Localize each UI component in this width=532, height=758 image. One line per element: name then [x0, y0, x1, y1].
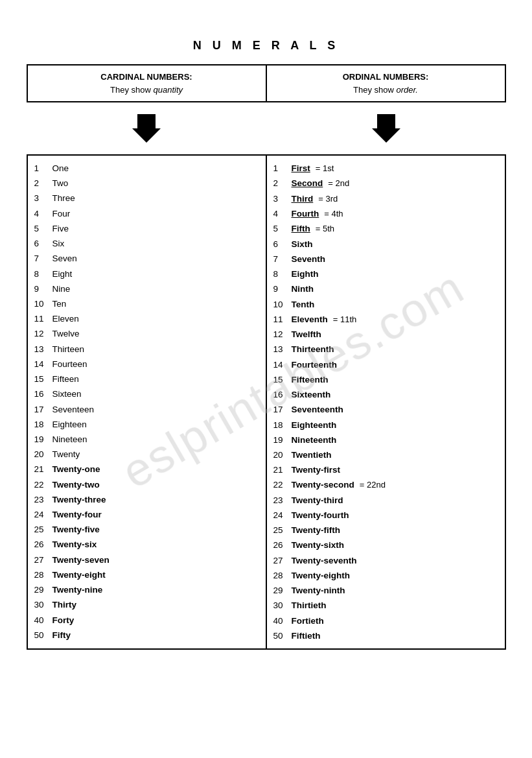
list-item: 22Twenty-second= 22nd [273, 477, 498, 492]
list-item: 2Second= 2nd [273, 176, 498, 191]
ordinal-number: 2 [273, 176, 292, 191]
list-item: 19Nineteenth [273, 432, 498, 447]
ordinal-word: Twenty-seventh [292, 553, 357, 568]
list-item: 17Seventeen [34, 402, 259, 417]
list-item: 28 Twenty-eight [34, 567, 259, 582]
list-item: 14Fourteenth [273, 357, 498, 372]
ordinal-word: Sixteenth [292, 387, 331, 402]
list-item: 28 Twenty-eighth [273, 568, 498, 583]
cardinal-number: 10 [34, 296, 52, 311]
cardinal-header: CARDINAL NUMBERS: They show quantity [28, 65, 267, 101]
cardinal-number: 22 [34, 477, 52, 492]
cardinal-number: 12 [34, 326, 52, 341]
cardinal-number: 16 [34, 386, 52, 401]
list-item: 9 Nine [34, 281, 259, 296]
list-item: 29Twenty-ninth [273, 583, 498, 598]
ordinal-number: 19 [273, 432, 292, 447]
ordinal-number: 7 [273, 252, 292, 266]
cardinal-number: 20 [34, 447, 52, 462]
list-item: 8 Eight [34, 266, 259, 281]
ordinal-number: 22 [273, 477, 292, 492]
list-item: 5Fifth= 5th [273, 221, 498, 236]
list-item: 30 Thirty [34, 597, 259, 612]
cardinal-number: 26 [34, 537, 52, 552]
list-item: 17Seventeenth [273, 402, 498, 417]
list-item: 21Twenty-first [273, 462, 498, 477]
cardinal-word: Twenty-eight [52, 567, 106, 582]
cardinal-number: 19 [34, 432, 52, 447]
ordinal-word: Twenty-fifth [292, 523, 340, 538]
list-item: 11Eleventh= 11th [273, 312, 498, 327]
list-item: 24 Twenty-fourth [273, 508, 498, 523]
arrow-right [266, 109, 506, 148]
cardinal-number: 17 [34, 402, 52, 417]
list-item: 29Twenty-nine [34, 582, 259, 597]
list-item: 6Six [34, 236, 259, 251]
list-item: 9 Ninth [273, 281, 498, 296]
ordinal-number: 50 [273, 628, 292, 643]
ordinal-word: Eleventh [292, 312, 328, 327]
cardinal-word: Twenty-nine [52, 582, 103, 597]
ordinal-word: Tenth [292, 297, 315, 312]
cardinal-column: 1One2Two3Three4Four5Five6Six7Seven8 Eigh… [28, 156, 267, 648]
ordinal-number: 21 [273, 462, 292, 477]
list-item: 26Twenty-sixth [273, 538, 498, 552]
ordinal-word: Twenty-third [292, 493, 343, 508]
ordinal-word: Seventeenth [292, 402, 343, 417]
cardinal-number: 27 [34, 552, 52, 567]
list-item: 19Nineteen [34, 432, 259, 447]
ordinal-number: 26 [273, 538, 292, 552]
list-item: 13Thirteenth [273, 342, 498, 357]
list-item: 4Fourth= 4th [273, 206, 498, 221]
list-item: 18Eighteenth [273, 418, 498, 432]
ordinal-word: Twenty-sixth [292, 538, 345, 552]
cardinal-number: 15 [34, 372, 52, 386]
ordinal-header: ORDINAL NUMBERS: They show order. [267, 65, 505, 101]
list-item: 1First= 1st [273, 161, 498, 176]
cardinal-word: Eleven [52, 311, 79, 326]
ordinal-word: Fifteenth [292, 372, 329, 387]
list-item: 40 Forty [34, 613, 259, 628]
ordinal-number: 3 [273, 191, 292, 206]
ordinal-word: Thirtieth [292, 598, 327, 613]
cardinal-word: Eighteen [52, 417, 87, 432]
cardinal-number: 4 [34, 206, 52, 221]
list-item: 18Eighteen [34, 417, 259, 432]
cardinal-word: Seven [52, 251, 77, 266]
cardinal-word: Five [52, 221, 69, 236]
list-item: 27 Twenty-seven [34, 552, 259, 567]
header-box: CARDINAL NUMBERS: They show quantity ORD… [27, 64, 506, 102]
ordinal-word: Eighteenth [292, 418, 337, 432]
cardinal-word: Twenty-five [52, 522, 100, 537]
cardinal-word: Four [52, 206, 71, 221]
ordinal-word: Fortieth [292, 613, 324, 628]
cardinal-label: CARDINAL NUMBERS: [34, 71, 259, 84]
ordinal-number: 15 [273, 372, 292, 387]
list-item: 23Twenty-third [273, 493, 498, 508]
cardinal-number: 6 [34, 236, 52, 251]
ordinal-number: 17 [273, 402, 292, 417]
ordinal-number: 14 [273, 357, 292, 372]
cardinal-word: Nine [52, 281, 71, 296]
list-item: 13Thirteen [34, 342, 259, 357]
ordinal-eq: = 2nd [328, 176, 349, 191]
ordinal-number: 10 [273, 297, 292, 312]
ordinal-number: 6 [273, 237, 292, 252]
cardinal-number: 50 [34, 628, 52, 643]
cardinal-word: One [52, 161, 69, 176]
cardinal-number: 40 [34, 613, 52, 628]
list-item: 7Seven [34, 251, 259, 266]
ordinal-word: First [292, 161, 310, 176]
ordinal-word: Sixth [292, 237, 313, 252]
list-item: 8 Eighth [273, 266, 498, 281]
cardinal-number: 1 [34, 161, 52, 176]
ordinal-word: Fifth [292, 221, 310, 236]
ordinal-number: 18 [273, 418, 292, 432]
cardinal-word: Twelve [52, 326, 80, 341]
list-item: 14Fourteen [34, 357, 259, 372]
ordinal-word: Second [292, 176, 323, 191]
ordinal-word: Ninth [292, 281, 314, 296]
page-title: N U M E R A L S [193, 39, 339, 53]
ordinal-sub: They show order. [273, 84, 498, 97]
ordinal-number: 27 [273, 553, 292, 568]
